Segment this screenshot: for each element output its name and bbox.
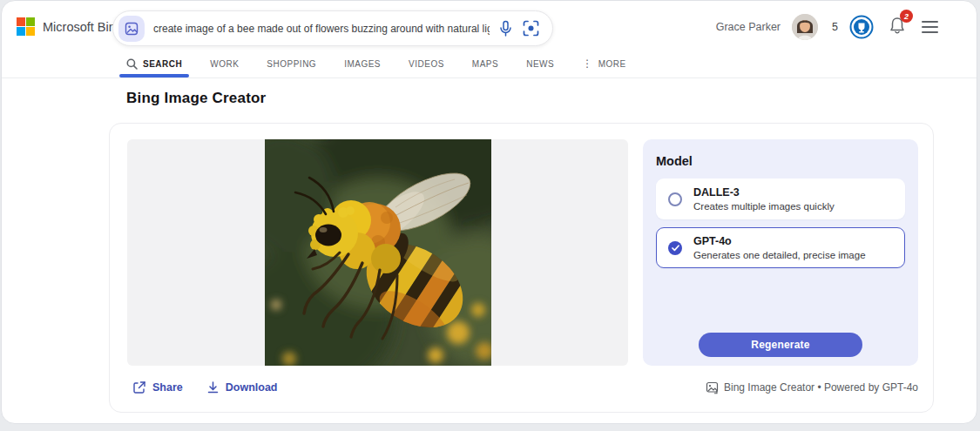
user-name[interactable]: Grace Parker	[716, 21, 781, 33]
tab-more[interactable]: ⋮ MORE	[582, 58, 626, 69]
header: Microsoft Bing create image of a bee mad…	[2, 1, 977, 53]
tab-label: WORK	[210, 59, 239, 69]
download-label: Download	[226, 381, 278, 394]
regenerate-button[interactable]: Regenerate	[699, 333, 862, 357]
tab-label: MAPS	[472, 59, 498, 69]
footer-credit: Bing Image Creator • Powered by GPT-4o	[706, 381, 918, 394]
tab-work[interactable]: WORK	[210, 59, 239, 69]
download-icon	[206, 380, 220, 394]
search-bar[interactable]: create image of a bee made out of flower…	[112, 10, 553, 46]
nav-tabs: SEARCH WORK SHOPPING IMAGES VIDEOS MAPS …	[2, 53, 977, 78]
tab-label: SEARCH	[143, 59, 182, 69]
rewards-icon[interactable]	[849, 15, 874, 39]
generated-bee-image[interactable]	[265, 139, 491, 366]
notification-badge: 2	[900, 10, 913, 23]
tab-shopping[interactable]: SHOPPING	[267, 59, 316, 69]
hamburger-menu-icon[interactable]	[922, 21, 938, 33]
notifications-bell[interactable]: 2	[889, 16, 906, 38]
search-query-text[interactable]: create image of a bee made out of flower…	[153, 23, 490, 35]
tab-label: VIDEOS	[409, 59, 444, 69]
generated-image-panel	[127, 139, 628, 366]
account-area: Grace Parker 5 2	[716, 1, 938, 53]
visual-search-icon[interactable]	[522, 19, 540, 37]
avatar[interactable]	[792, 14, 818, 40]
tab-label: MORE	[598, 59, 626, 69]
model-option-description: Creates multiple images quickly	[693, 201, 835, 212]
tab-news[interactable]: NEWS	[526, 59, 554, 69]
image-creator-icon	[706, 381, 719, 394]
tab-label: NEWS	[526, 59, 554, 69]
model-option-name: DALLE-3	[693, 186, 835, 199]
card-footer: Share Download Bing Image Creator • Powe…	[127, 380, 918, 394]
radio-unchecked-icon[interactable]	[668, 192, 682, 206]
model-option-dalle3[interactable]: DALLE-3 Creates multiple images quickly	[656, 178, 905, 219]
image-prompt-chip-icon	[118, 16, 145, 42]
model-option-name: GPT-4o	[693, 235, 866, 247]
tab-label: SHOPPING	[267, 59, 316, 69]
rewards-points: 5	[832, 21, 838, 33]
model-option-gpt4o[interactable]: GPT-4o Generates one detailed, precise i…	[656, 227, 905, 268]
bing-page: Microsoft Bing create image of a bee mad…	[1, 0, 977, 424]
model-option-description: Generates one detailed, precise image	[693, 250, 866, 260]
page-title: Bing Image Creator	[126, 90, 266, 107]
more-dots-icon: ⋮	[582, 58, 593, 69]
tab-images[interactable]: IMAGES	[344, 59, 381, 69]
footer-credit-text: Bing Image Creator • Powered by GPT-4o	[724, 381, 918, 394]
brand-label: Microsoft Bing	[43, 20, 123, 34]
search-icon	[126, 58, 138, 70]
share-icon	[132, 380, 146, 394]
tab-videos[interactable]: VIDEOS	[409, 59, 444, 69]
share-button[interactable]: Share	[132, 380, 183, 394]
microsoft-logo-icon	[17, 17, 35, 36]
download-button[interactable]: Download	[206, 380, 278, 394]
image-creator-card: Model DALLE-3 Creates multiple images qu…	[109, 123, 934, 413]
model-panel: Model DALLE-3 Creates multiple images qu…	[643, 139, 918, 366]
tab-maps[interactable]: MAPS	[472, 59, 498, 69]
microsoft-bing-home-link[interactable]: Microsoft Bing	[17, 17, 123, 36]
microphone-icon[interactable]	[498, 20, 513, 37]
radio-checked-icon[interactable]	[668, 241, 682, 255]
share-label: Share	[152, 381, 183, 394]
model-heading: Model	[656, 154, 905, 168]
tab-label: IMAGES	[344, 59, 381, 69]
tab-search[interactable]: SEARCH	[126, 58, 182, 70]
